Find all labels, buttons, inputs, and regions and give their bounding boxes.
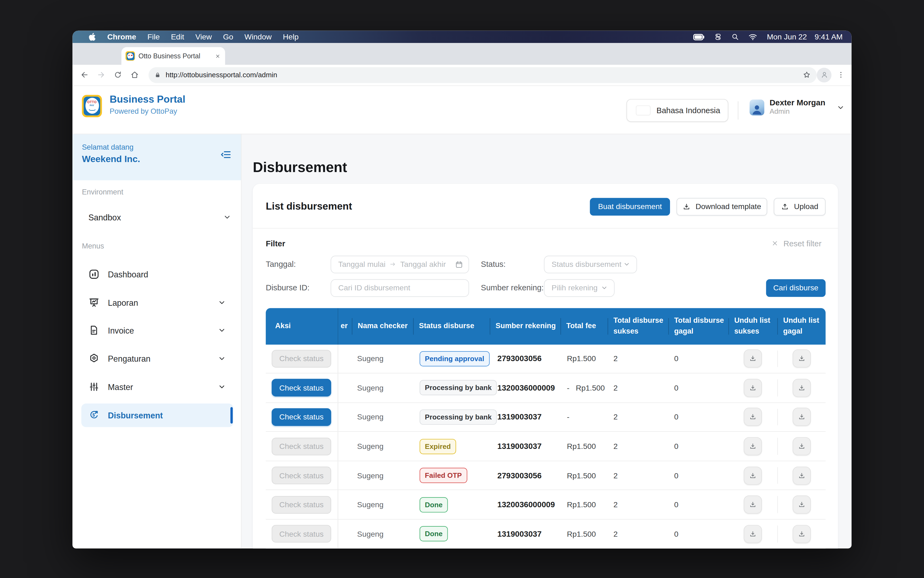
- user-menu[interactable]: Dexter Morgan Admin: [749, 98, 844, 117]
- sumber-rekening-dropdown[interactable]: Pilih rekening: [544, 279, 615, 297]
- download-sukses-button[interactable]: [744, 349, 762, 368]
- menu-item-edit[interactable]: Edit: [171, 32, 184, 41]
- nama-checker-cell: Sugeng: [352, 344, 413, 373]
- status-dropdown[interactable]: Status disbursement: [544, 255, 637, 273]
- total-disburse-sukses-cell: 2: [607, 344, 668, 373]
- browser-tab-strip: Otto Business Portal: [72, 43, 851, 65]
- url-text[interactable]: http://ottobusinessportal.com/admin: [166, 71, 803, 79]
- home-icon[interactable]: [130, 70, 139, 80]
- table-row: Check statusSugengExpired1319003037Rp1.5…: [266, 432, 826, 461]
- buat-disbursement-button[interactable]: Buat disbursement: [590, 198, 670, 215]
- disburse-id-input[interactable]: Cari ID disbursement: [331, 279, 469, 297]
- check-status-button: Check status: [271, 496, 331, 513]
- total-disburse-gagal-cell: 0: [668, 490, 728, 519]
- status-badge: Expired: [420, 438, 456, 454]
- menu-item-file[interactable]: File: [148, 32, 160, 41]
- nama-checker-cell: Sugeng: [352, 432, 413, 461]
- download-gagal-button[interactable]: [792, 466, 811, 485]
- bookmark-star-icon[interactable]: [803, 71, 811, 79]
- status-cell: Processing by bank: [413, 373, 490, 402]
- download-gagal-button[interactable]: [792, 437, 811, 456]
- wifi-icon[interactable]: [749, 32, 758, 41]
- maker-cell-truncated: [338, 461, 352, 490]
- browser-window: Chrome File Edit View Go Window Help Mon…: [72, 31, 851, 548]
- download-sukses-button[interactable]: [744, 437, 762, 456]
- date-range-input[interactable]: Tanggal mulai Tanggal akhir: [331, 255, 469, 273]
- environment-selector[interactable]: Sandbox: [82, 205, 232, 229]
- status-badge: Done: [420, 497, 448, 512]
- sidebar-item-master[interactable]: Master: [81, 375, 234, 398]
- column-header-sumber-rekening: Sumber rekening: [490, 308, 560, 344]
- check-status-button[interactable]: Check status: [271, 379, 331, 396]
- reload-icon[interactable]: [114, 71, 122, 79]
- cari-disburse-button[interactable]: Cari disburse: [766, 279, 825, 297]
- download-sukses-button[interactable]: [744, 525, 762, 543]
- download-gagal-button[interactable]: [792, 379, 811, 397]
- language-selector-button[interactable]: Bahasa Indonesia: [627, 99, 728, 122]
- menus-section-label: Menus: [82, 242, 104, 250]
- download-icon: [682, 202, 691, 211]
- sliders-icon: [88, 381, 99, 392]
- check-status-button: Check status: [271, 350, 331, 367]
- download-gagal-button[interactable]: [792, 496, 811, 514]
- sidebar-item-laporan[interactable]: Laporan: [81, 291, 234, 314]
- back-icon[interactable]: [80, 70, 89, 80]
- table-row: Check statusSugengProcessing by bank1319…: [266, 403, 826, 432]
- sumber-rekening-cell: 1319003037: [490, 520, 560, 548]
- menu-item-go[interactable]: Go: [223, 32, 233, 41]
- browser-tab[interactable]: Otto Business Portal: [121, 47, 225, 65]
- unduh-gagal-cell: [777, 432, 826, 461]
- battery-icon[interactable]: [693, 31, 705, 43]
- sidebar-collapse-icon[interactable]: [220, 148, 232, 161]
- total-fee-cell: Rp1.500: [560, 432, 607, 461]
- card-divider: [253, 228, 838, 228]
- menu-bar-time[interactable]: 9:41 AM: [815, 32, 843, 41]
- table-row: Check statusSugengPending approval279300…: [266, 344, 826, 373]
- maker-cell-truncated: [338, 432, 352, 461]
- control-center-icon[interactable]: [715, 33, 722, 41]
- menu-item-chrome[interactable]: Chrome: [107, 32, 136, 41]
- download-sukses-button[interactable]: [744, 496, 762, 514]
- browser-profile-icon[interactable]: [817, 68, 831, 82]
- unduh-gagal-cell: [777, 373, 826, 402]
- download-sukses-button[interactable]: [744, 466, 762, 485]
- menu-item-help[interactable]: Help: [283, 32, 299, 41]
- status-cell: Processing by bank: [413, 403, 490, 431]
- column-header-status-disburse: Status disburse: [413, 308, 490, 344]
- unduh-gagal-cell: [777, 344, 826, 373]
- reset-filter-button[interactable]: Reset filter: [771, 239, 821, 248]
- menu-item-window[interactable]: Window: [245, 32, 272, 41]
- forward-icon[interactable]: [97, 70, 106, 80]
- upload-button[interactable]: Upload: [774, 198, 826, 215]
- address-bar[interactable]: http://ottobusinessportal.com/admin: [149, 67, 817, 83]
- download-gagal-button[interactable]: [792, 525, 811, 543]
- download-template-button[interactable]: Download template: [677, 198, 767, 215]
- apple-menu-icon[interactable]: [88, 32, 96, 41]
- nama-checker-cell: Sugeng: [352, 520, 413, 548]
- sidebar-item-dashboard[interactable]: Dashboard: [81, 263, 234, 286]
- user-chevron-down-icon[interactable]: [836, 103, 845, 112]
- total-disburse-gagal-cell: 0: [668, 373, 728, 402]
- sidebar-item-disbursement[interactable]: $Disbursement: [81, 403, 234, 427]
- header-divider: [738, 101, 738, 119]
- search-icon[interactable]: [732, 33, 739, 41]
- sumber-rekening-label: Sumber rekening:: [481, 283, 544, 292]
- sidebar-item-pengaturan[interactable]: Pengaturan: [81, 347, 234, 370]
- download-sukses-button[interactable]: [744, 408, 762, 426]
- table-row: Check statusSugengDone1319003037Rp1.5002…: [266, 520, 826, 549]
- menu-item-view[interactable]: View: [195, 32, 212, 41]
- browser-menu-icon[interactable]: [837, 71, 845, 79]
- download-gagal-button[interactable]: [792, 349, 811, 368]
- total-disburse-sukses-cell: 2: [607, 461, 668, 490]
- unduh-sukses-cell: [728, 344, 777, 373]
- calendar-icon[interactable]: [455, 260, 463, 268]
- tab-close-icon[interactable]: [215, 53, 221, 58]
- menu-bar-date[interactable]: Mon Jun 22: [767, 32, 807, 41]
- sumber-rekening-cell: 2793003056: [490, 344, 560, 373]
- download-sukses-button[interactable]: [744, 379, 762, 397]
- unduh-sukses-cell: [728, 373, 777, 402]
- sidebar-item-invoice[interactable]: Invoice: [81, 318, 234, 342]
- download-gagal-button[interactable]: [792, 408, 811, 426]
- check-status-button[interactable]: Check status: [271, 408, 331, 426]
- sumber-rekening-cell: 1319003037: [490, 432, 560, 461]
